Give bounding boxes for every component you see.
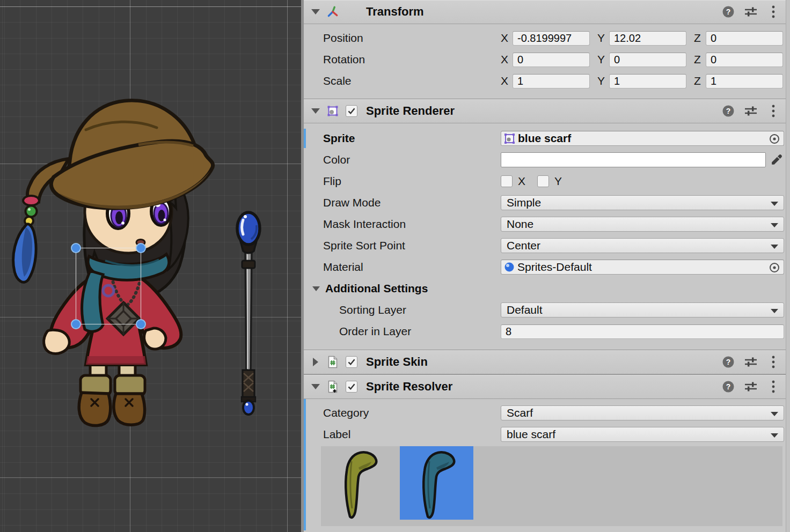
sorting-layer-row: Sorting Layer Default bbox=[304, 299, 786, 321]
help-icon[interactable]: ? bbox=[721, 380, 735, 394]
inspector-panel: Transform ? Position X -0 bbox=[304, 0, 786, 532]
foldout-arrow-icon[interactable] bbox=[311, 108, 320, 114]
flip-x-label: X bbox=[518, 175, 525, 188]
sprite-sort-point-label: Sprite Sort Point bbox=[323, 239, 501, 252]
position-y-field[interactable]: 12.02 bbox=[609, 31, 686, 46]
category-dropdown[interactable]: Scarf bbox=[501, 405, 784, 420]
material-object-field[interactable]: Sprites-Default bbox=[501, 260, 784, 275]
script-icon bbox=[326, 356, 339, 368]
sprite-resolver-header[interactable]: Sprite Resolver ? bbox=[304, 375, 786, 399]
kebab-menu-icon[interactable] bbox=[766, 380, 780, 394]
draw-mode-row: Draw Mode Simple bbox=[304, 192, 786, 213]
component-enabled-checkbox[interactable] bbox=[346, 105, 357, 117]
dropdown-value: Center bbox=[507, 239, 540, 252]
rotation-x-field[interactable]: 0 bbox=[513, 53, 590, 67]
staff-sprite[interactable] bbox=[237, 212, 260, 415]
axis-x-label: X bbox=[501, 53, 513, 66]
dropdown-value: None bbox=[507, 218, 533, 231]
selection-handle[interactable] bbox=[136, 243, 145, 253]
mask-interaction-row: Mask Interaction None bbox=[304, 213, 786, 235]
axis-z-label: Z bbox=[694, 53, 706, 66]
green-scarf-thumbnail[interactable] bbox=[322, 446, 396, 520]
help-icon[interactable]: ? bbox=[721, 5, 735, 19]
label-dropdown[interactable]: blue scarf bbox=[501, 427, 784, 442]
chevron-down-icon bbox=[771, 433, 778, 438]
sprite-sort-point-dropdown[interactable]: Center bbox=[501, 238, 784, 253]
sorting-layer-dropdown[interactable]: Default bbox=[501, 302, 784, 317]
selection-handle[interactable] bbox=[71, 320, 81, 329]
selection-handle[interactable] bbox=[136, 320, 145, 329]
rotation-y-field[interactable]: 0 bbox=[609, 53, 686, 67]
chevron-down-icon bbox=[771, 412, 778, 416]
flip-row: Flip X Y bbox=[304, 171, 786, 192]
rotation-z-field[interactable]: 0 bbox=[706, 53, 783, 67]
kebab-menu-icon[interactable] bbox=[766, 355, 780, 369]
kebab-menu-icon[interactable] bbox=[766, 5, 780, 19]
blue-scarf-thumbnail[interactable] bbox=[400, 446, 473, 520]
axis-y-label: Y bbox=[597, 53, 609, 66]
foldout-arrow-icon[interactable] bbox=[311, 384, 320, 389]
axis-z-label: Z bbox=[694, 32, 706, 45]
presets-icon[interactable] bbox=[744, 104, 758, 118]
sprite-value: blue scarf bbox=[518, 132, 571, 145]
color-swatch[interactable] bbox=[501, 152, 766, 167]
transform-header[interactable]: Transform ? bbox=[304, 0, 786, 24]
flip-label: Flip bbox=[323, 175, 501, 188]
sprite-skin-header[interactable]: Sprite Skin ? bbox=[304, 350, 786, 374]
scale-z-field[interactable]: 1 bbox=[706, 74, 783, 88]
order-in-layer-field[interactable]: 8 bbox=[501, 324, 784, 339]
flip-y-label: Y bbox=[554, 175, 562, 188]
transform-component: Transform ? Position X -0 bbox=[304, 0, 786, 99]
selection-handle[interactable] bbox=[71, 243, 81, 253]
mask-interaction-label: Mask Interaction bbox=[323, 218, 501, 231]
dropdown-value: Default bbox=[507, 304, 543, 316]
material-label: Material bbox=[323, 261, 501, 274]
position-row: Position X -0.8199997 Y 12.02 Z 0 bbox=[304, 27, 786, 49]
flip-x-checkbox[interactable] bbox=[501, 175, 513, 187]
foldout-arrow-icon[interactable] bbox=[312, 286, 320, 291]
foldout-arrow-icon[interactable] bbox=[313, 358, 318, 366]
position-x-field[interactable]: -0.8199997 bbox=[513, 31, 590, 46]
presets-icon[interactable] bbox=[744, 380, 758, 394]
eyedropper-icon[interactable] bbox=[770, 153, 784, 167]
help-icon[interactable]: ? bbox=[721, 355, 735, 369]
draw-mode-dropdown[interactable]: Simple bbox=[501, 195, 784, 210]
sprite-variant-strip bbox=[321, 446, 782, 526]
axis-z-label: Z bbox=[694, 75, 706, 87]
chevron-down-icon bbox=[771, 245, 778, 249]
foldout-arrow-icon[interactable] bbox=[311, 9, 320, 14]
axis-y-label: Y bbox=[597, 32, 609, 45]
position-z-field[interactable]: 0 bbox=[706, 31, 783, 46]
unity-editor-window: Transform ? Position X -0 bbox=[0, 0, 790, 532]
material-row: Material Sprites-Default bbox=[304, 256, 786, 278]
svg-text:?: ? bbox=[726, 358, 731, 366]
label-row: Label blue scarf bbox=[304, 424, 786, 445]
axis-x-label: X bbox=[501, 32, 513, 45]
inspector-scrollbar[interactable] bbox=[786, 0, 790, 532]
kebab-menu-icon[interactable] bbox=[766, 104, 780, 118]
sorting-layer-label: Sorting Layer bbox=[339, 304, 501, 316]
sprite-skin-component: Sprite Skin ? bbox=[304, 350, 786, 374]
help-icon[interactable]: ? bbox=[721, 104, 735, 118]
presets-icon[interactable] bbox=[744, 5, 758, 19]
component-enabled-checkbox[interactable] bbox=[346, 356, 357, 368]
object-picker-icon[interactable] bbox=[769, 133, 780, 145]
additional-settings-row[interactable]: Additional Settings bbox=[304, 278, 786, 299]
object-picker-icon[interactable] bbox=[769, 262, 780, 274]
flip-y-checkbox[interactable] bbox=[537, 175, 549, 187]
color-label: Color bbox=[323, 153, 501, 166]
dropdown-value: blue scarf bbox=[507, 428, 555, 441]
component-enabled-checkbox[interactable] bbox=[346, 381, 357, 393]
component-title: Transform bbox=[366, 5, 424, 19]
scale-x-field[interactable]: 1 bbox=[513, 74, 590, 88]
sprite-object-field[interactable]: blue scarf bbox=[501, 131, 784, 146]
category-label: Category bbox=[323, 407, 501, 419]
character-sprite[interactable] bbox=[13, 100, 213, 425]
mask-interaction-dropdown[interactable]: None bbox=[501, 217, 784, 232]
sprite-thumbnail-icon bbox=[503, 132, 516, 145]
label-label: Label bbox=[323, 428, 501, 441]
sprite-renderer-header[interactable]: Sprite Renderer ? bbox=[304, 99, 786, 123]
scale-y-field[interactable]: 1 bbox=[609, 74, 686, 88]
presets-icon[interactable] bbox=[744, 355, 758, 369]
scene-view[interactable] bbox=[0, 0, 301, 532]
